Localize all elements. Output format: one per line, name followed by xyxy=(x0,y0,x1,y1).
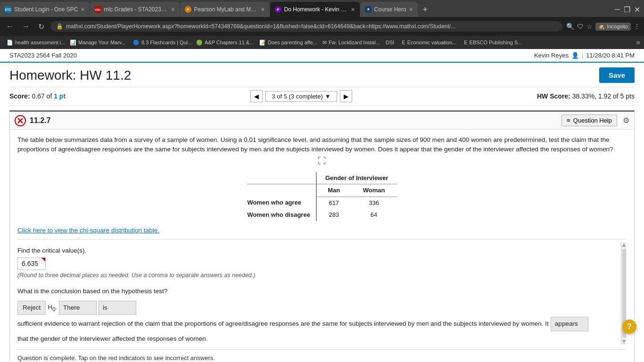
incognito-label: Incognito xyxy=(607,24,628,29)
tab4-title: Do Homework - Kevin Reyes xyxy=(284,6,348,13)
tab1-close[interactable]: × xyxy=(81,6,84,13)
question-help-button[interactable]: ≡ Question Help xyxy=(561,115,617,126)
score-value: 0.67 xyxy=(32,92,44,100)
there-input[interactable]: There xyxy=(59,301,97,315)
search-icon[interactable]: 🔍 xyxy=(566,23,574,30)
bookmark-6[interactable]: ✉ Fw: Locklizard Instal... xyxy=(320,39,381,47)
appears-input[interactable]: appears xyxy=(551,317,588,331)
bookmarks-more[interactable]: » xyxy=(636,38,640,47)
tab-3[interactable]: P Pearson MyLab and Mastering × xyxy=(180,2,270,17)
scroll-down[interactable] xyxy=(622,340,626,344)
table-col2-header: Woman xyxy=(351,184,397,197)
bookmark-3[interactable]: 🔵 8.3 Flashcards | Qui... xyxy=(130,39,191,47)
bookmark9-label: EBSCO Publishing S... xyxy=(470,40,522,45)
star-icon[interactable]: ☆ xyxy=(586,23,593,30)
bookmark1-icon: 📄 xyxy=(7,40,13,46)
critical-value-box[interactable]: 6.635 xyxy=(17,257,46,270)
bookmark-4[interactable]: 🟢 A&P Chapters 11 &... xyxy=(193,39,255,47)
url-bar[interactable]: 🔒 mathxl.com/Student/PlayerHomework.aspx… xyxy=(50,21,562,32)
question-box: 11.2.7 ≡ Question Help ⚙ The table below… xyxy=(9,110,635,362)
new-tab-button[interactable]: + xyxy=(418,2,432,17)
forward-button[interactable]: → xyxy=(20,21,32,32)
username: Kevin Reyes xyxy=(534,52,569,59)
bookmark4-label: A&P Chapters 11 &... xyxy=(205,40,254,45)
rest-of-sentence: sufficient evidence to warrant rejection… xyxy=(17,318,549,329)
tab1-favicon: STC xyxy=(5,6,11,13)
score-of: of xyxy=(47,92,52,100)
table-empty-cell xyxy=(247,184,316,197)
conclusion-label: What is the conclusion based on the hypo… xyxy=(17,287,621,296)
tab5-favicon: ★ xyxy=(365,6,372,13)
restore-btn[interactable]: ❐ xyxy=(624,5,630,14)
bookmark8-label: Economic valuation... xyxy=(407,40,457,45)
address-bar: ← → ↻ 🔒 mathxl.com/Student/PlayerHomewor… xyxy=(0,17,644,36)
answer-section: Find the critical value(s). 6.635 (Round… xyxy=(17,242,627,345)
question-status-icon xyxy=(15,115,26,126)
user-info: Kevin Reyes 👤 | 11/28/20 8:41 PM xyxy=(534,52,635,59)
bookmark-7[interactable]: DSI xyxy=(383,39,397,46)
expand-icon[interactable]: ⛶ xyxy=(17,155,627,167)
data-table: Gender of Interviewer Man Woman Women wh… xyxy=(247,172,396,221)
tab2-title: mlc Grades - STA2023 Elementary xyxy=(104,6,168,13)
reload-button[interactable]: ↻ xyxy=(36,21,47,32)
score-bar: Score: 0.67 of 1 pt ◀ 3 of 5 (3 complete… xyxy=(9,87,635,106)
hw-score-value: 38.33%, 1.92 of 5 pts xyxy=(572,92,635,100)
close-btn[interactable]: ✕ xyxy=(634,5,640,14)
data-table-wrap: Gender of Interviewer Man Woman Women wh… xyxy=(17,172,627,221)
scroll-up[interactable] xyxy=(622,243,626,247)
hw-title-bar: Homework: HW 11.2 Save xyxy=(9,67,635,83)
tab5-close[interactable]: × xyxy=(409,6,413,13)
datetime: 11/28/20 8:41 PM xyxy=(586,52,635,59)
completion-bar: Question is complete. Tap on the red ind… xyxy=(17,349,627,362)
tab3-close[interactable]: × xyxy=(261,6,264,13)
bookmark5-icon: 📝 xyxy=(259,40,266,46)
bookmark3-label: 8.3 Flashcards | Qui... xyxy=(141,40,191,45)
tab-5[interactable]: ★ Course Hero × xyxy=(360,2,418,17)
menu-button[interactable]: ⋮ xyxy=(634,23,640,30)
h0-label: H0. xyxy=(48,302,57,314)
tab2-close[interactable]: × xyxy=(171,6,174,13)
is-input[interactable]: is xyxy=(99,301,136,315)
tab1-title: Student Login - One SPC xyxy=(14,6,78,13)
bookmark8-icon: E xyxy=(402,40,405,45)
incognito-button[interactable]: 🕵 Incognito xyxy=(595,23,631,31)
critical-value-answer-wrap: 6.635 xyxy=(17,257,621,270)
separator: | xyxy=(582,52,583,59)
help-bubble[interactable]: ? xyxy=(622,320,636,334)
score-max: 1 pt xyxy=(54,92,66,100)
dropdown-icon: ▼ xyxy=(325,93,331,100)
gear-icon[interactable]: ⚙ xyxy=(623,116,629,125)
bookmark-5[interactable]: 📝 Does parenting affe... xyxy=(256,39,318,47)
table-row2-col2: 64 xyxy=(351,209,397,221)
table-row1-col2: 336 xyxy=(351,197,397,209)
bookmark-9[interactable]: E EBSCO Publishing S... xyxy=(461,39,522,46)
table-row-2: Women who disagree 283 64 xyxy=(247,209,396,221)
chi-square-link[interactable]: Click here to view the chi-square distri… xyxy=(17,227,159,234)
shield-icon[interactable]: 🛡 xyxy=(577,23,584,30)
bookmark7-label: DSI xyxy=(386,40,394,45)
question-indicator[interactable]: 3 of 5 (3 complete) ▼ xyxy=(265,91,337,102)
tab-4[interactable]: P Do Homework - Kevin Reyes × xyxy=(270,2,360,17)
reject-pill[interactable]: Reject xyxy=(17,301,46,315)
prev-question-button[interactable]: ◀ xyxy=(250,90,263,102)
tab-2[interactable]: mlc mlc Grades - STA2023 Elementary × xyxy=(90,2,180,17)
tab-1[interactable]: STC Student Login - One SPC × xyxy=(0,2,90,17)
bookmark9-icon: E xyxy=(464,40,467,45)
bookmark-2[interactable]: 📊 Manage Your Marv... xyxy=(67,39,128,47)
tab3-title: Pearson MyLab and Mastering xyxy=(194,6,258,13)
question-nav: ◀ 3 of 5 (3 complete) ▼ ▶ xyxy=(250,90,352,102)
save-button[interactable]: Save xyxy=(599,67,635,83)
table-row1-label: Women who agree xyxy=(247,197,316,209)
back-button[interactable]: ← xyxy=(4,21,16,32)
bookmark-8[interactable]: E Economic valuation... xyxy=(399,39,459,46)
next-question-button[interactable]: ▶ xyxy=(340,90,352,102)
tab4-favicon: P xyxy=(275,6,281,13)
bookmark-1[interactable]: 📄 health assessment i... xyxy=(4,39,65,47)
minimize-btn[interactable]: ─ xyxy=(615,5,620,14)
incognito-icon: 🕵 xyxy=(598,24,605,30)
hw-title: Homework: HW 11.2 xyxy=(9,68,131,83)
user-icon: 👤 xyxy=(571,52,579,59)
table-top-blank xyxy=(247,172,316,184)
tab4-close[interactable]: × xyxy=(351,6,355,13)
critical-value-label: Find the critical value(s). xyxy=(17,246,621,255)
